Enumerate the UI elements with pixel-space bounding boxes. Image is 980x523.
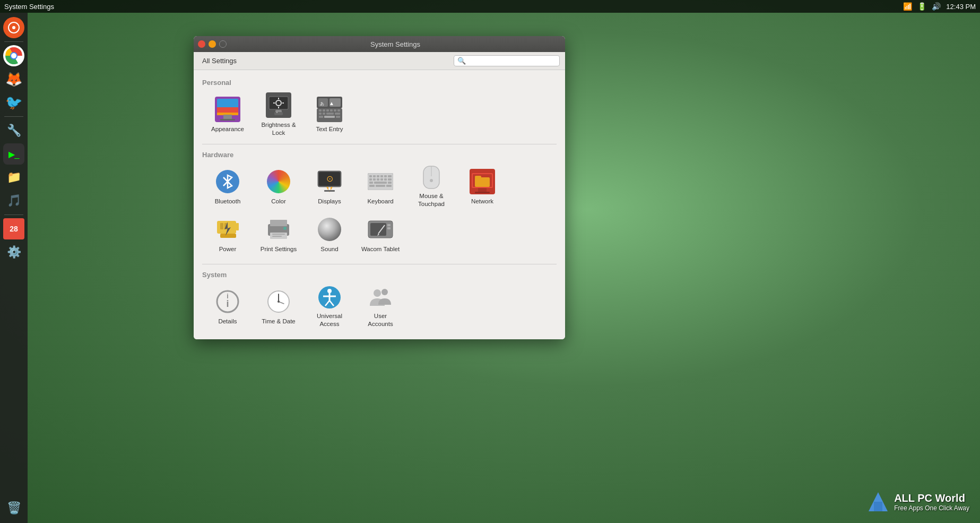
dock-item-chrome[interactable] bbox=[3, 45, 24, 66]
settings-item-appearance[interactable]: Appearance bbox=[202, 91, 253, 139]
watermark-line1: ALL PC World bbox=[894, 492, 969, 504]
settings-item-power[interactable]: Power bbox=[202, 211, 253, 259]
settings-item-sound[interactable]: Sound bbox=[304, 211, 355, 259]
svg-rect-25 bbox=[319, 109, 322, 112]
settings-item-print-settings[interactable]: Print Settings bbox=[253, 211, 304, 259]
svg-point-106 bbox=[381, 289, 388, 295]
svg-rect-89 bbox=[387, 227, 391, 229]
dock-item-trash[interactable]: 🗑️ bbox=[3, 498, 24, 519]
svg-rect-54 bbox=[377, 178, 379, 181]
svg-rect-60 bbox=[388, 182, 392, 184]
svg-rect-77 bbox=[220, 234, 236, 238]
appearance-label: Appearance bbox=[211, 125, 244, 133]
print-settings-label: Print Settings bbox=[261, 245, 297, 253]
window-close-button[interactable]: ✕ bbox=[198, 40, 205, 48]
power-label: Power bbox=[219, 245, 237, 253]
network-label: Network bbox=[471, 198, 493, 205]
keyboard-icon bbox=[368, 169, 393, 194]
hardware-icons-grid: Bluetooth Color ⊙ Dis bbox=[202, 163, 557, 259]
brightness-lock-icon bbox=[266, 92, 291, 118]
svg-point-4 bbox=[11, 53, 16, 58]
svg-marker-107 bbox=[869, 492, 888, 511]
network-icon bbox=[470, 169, 495, 194]
svg-rect-71 bbox=[475, 192, 490, 193]
dock-item-files[interactable]: 📁 bbox=[3, 167, 24, 188]
settings-item-universal-access[interactable]: UniversalAccess bbox=[304, 283, 355, 331]
color-icon bbox=[266, 169, 291, 194]
section-system-label: System bbox=[202, 271, 557, 279]
settings-item-color[interactable]: Color bbox=[253, 163, 304, 211]
settings-window: ✕ − System Settings All Settings 🔍 Perso… bbox=[194, 36, 565, 339]
wacom-tablet-icon bbox=[368, 217, 393, 242]
universal-access-icon bbox=[317, 286, 342, 309]
search-input[interactable] bbox=[468, 57, 556, 65]
dock-item-ubuntu[interactable] bbox=[3, 17, 24, 38]
svg-rect-29 bbox=[334, 109, 336, 112]
svg-rect-62 bbox=[376, 185, 385, 187]
search-icon: 🔍 bbox=[457, 57, 466, 65]
window-minimize-button[interactable]: − bbox=[209, 40, 216, 48]
bluetooth-icon bbox=[215, 169, 240, 194]
print-settings-icon bbox=[266, 217, 291, 242]
svg-rect-10 bbox=[220, 119, 235, 121]
dock-separator-2 bbox=[4, 116, 23, 117]
power-icon bbox=[215, 217, 240, 242]
battery-icon: 🔋 bbox=[917, 2, 926, 11]
dock-item-calendar[interactable]: 28 bbox=[3, 218, 24, 239]
sound-label: Sound bbox=[320, 245, 338, 253]
svg-rect-52 bbox=[369, 178, 372, 181]
svg-rect-59 bbox=[374, 182, 387, 184]
settings-item-displays[interactable]: ⊙ Displays bbox=[304, 163, 355, 211]
mouse-touchpad-icon bbox=[419, 166, 444, 189]
svg-text:▲: ▲ bbox=[329, 100, 334, 106]
window-maximize-button[interactable] bbox=[219, 40, 227, 48]
svg-rect-70 bbox=[478, 188, 487, 192]
settings-item-brightness-lock[interactable]: Brightness &Lock bbox=[253, 91, 304, 139]
svg-rect-83 bbox=[272, 234, 285, 235]
settings-item-wacom-tablet[interactable]: Wacom Tablet bbox=[355, 211, 406, 259]
all-settings-button[interactable]: All Settings bbox=[199, 56, 240, 66]
settings-item-mouse-touchpad[interactable]: Mouse &Touchpad bbox=[406, 163, 457, 211]
svg-rect-48 bbox=[377, 175, 379, 177]
color-label: Color bbox=[271, 198, 285, 205]
svg-rect-20 bbox=[276, 112, 277, 113]
window-content: Personal Appearance bbox=[194, 70, 565, 339]
settings-item-user-accounts[interactable]: UserAccounts bbox=[355, 283, 406, 331]
dock-item-thunderbird[interactable]: 🐦 bbox=[3, 92, 24, 113]
settings-item-time-date[interactable]: Time & Date bbox=[253, 283, 304, 331]
bluetooth-label: Bluetooth bbox=[215, 198, 241, 205]
user-accounts-label: UserAccounts bbox=[368, 312, 393, 328]
svg-rect-57 bbox=[388, 178, 392, 181]
keyboard-label: Keyboard bbox=[367, 198, 393, 205]
dock-item-config[interactable]: ⚙️ bbox=[3, 242, 24, 263]
svg-point-85 bbox=[283, 227, 287, 230]
svg-rect-37 bbox=[336, 116, 340, 118]
section-hardware-label: Hardware bbox=[202, 151, 557, 159]
svg-point-100 bbox=[327, 289, 332, 293]
svg-point-66 bbox=[430, 179, 433, 182]
svg-rect-84 bbox=[272, 236, 282, 237]
dock-item-firefox[interactable]: 🦊 bbox=[3, 68, 24, 90]
svg-rect-81 bbox=[270, 220, 287, 226]
svg-rect-35 bbox=[319, 116, 323, 118]
dock-item-terminal[interactable]: ▶_ bbox=[3, 143, 24, 165]
svg-rect-78 bbox=[236, 223, 239, 230]
watermark: ALL PC World Free Apps One Click Away bbox=[868, 491, 969, 512]
svg-rect-26 bbox=[323, 109, 325, 112]
settings-item-details[interactable]: i i Details bbox=[202, 283, 253, 331]
svg-rect-56 bbox=[384, 178, 387, 181]
dock-separator-1 bbox=[4, 41, 23, 42]
svg-rect-43 bbox=[324, 190, 335, 192]
sound-icon bbox=[317, 217, 342, 242]
settings-item-keyboard[interactable]: Keyboard bbox=[355, 163, 406, 211]
dock-item-rhythmbox[interactable]: 🎵 bbox=[3, 190, 24, 211]
displays-icon: ⊙ bbox=[317, 169, 342, 194]
settings-item-text-entry[interactable]: ▲ あ Text Entry bbox=[304, 91, 355, 139]
divider-hardware-system bbox=[202, 264, 557, 264]
top-bar-right: 📶 🔋 🔊 12:43 PM bbox=[903, 2, 976, 11]
dock-item-tools[interactable]: 🔧 bbox=[3, 120, 24, 141]
settings-item-bluetooth[interactable]: Bluetooth bbox=[202, 163, 253, 211]
svg-rect-36 bbox=[324, 116, 335, 118]
settings-item-network[interactable]: Network bbox=[457, 163, 508, 211]
top-bar-left: System Settings bbox=[4, 3, 54, 11]
